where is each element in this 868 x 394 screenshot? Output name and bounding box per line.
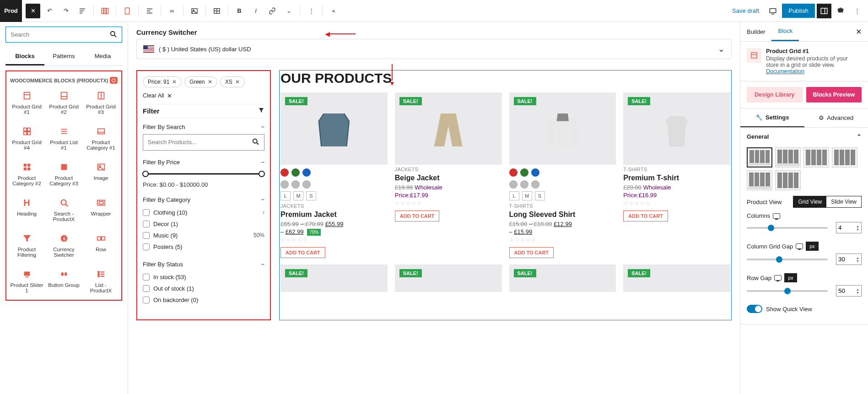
size-option[interactable]: S: [535, 191, 545, 200]
align-button[interactable]: [142, 4, 157, 18]
checkbox[interactable]: [143, 221, 150, 227]
woo-button[interactable]: [833, 4, 848, 18]
color-swatch[interactable]: [531, 168, 539, 177]
add-to-cart-button[interactable]: ADD TO CART: [623, 210, 668, 221]
block-item[interactable]: Product Slider 1: [9, 265, 44, 297]
close-settings-button[interactable]: ✕: [849, 27, 868, 36]
checkbox[interactable]: [143, 232, 150, 239]
more-menu-button[interactable]: ⋮: [850, 4, 864, 18]
collapse-icon[interactable]: −: [261, 124, 264, 130]
list-view-button[interactable]: [75, 4, 90, 18]
layout-option-1[interactable]: [747, 147, 772, 167]
block-item[interactable]: Product Category #2: [9, 158, 44, 190]
block-item[interactable]: Product Grid #2: [46, 86, 81, 119]
tab-blocks[interactable]: Blocks: [5, 48, 44, 65]
filter-search-input[interactable]: [148, 139, 251, 146]
status-filter-row[interactable]: On backorder (0): [143, 294, 264, 306]
category-filter-row[interactable]: Music (9)50%: [143, 230, 264, 241]
size-option[interactable]: M: [293, 191, 303, 200]
layout-option-3[interactable]: [803, 147, 829, 167]
documentation-link[interactable]: Documentation: [766, 68, 862, 75]
close-inserter-button[interactable]: ✕: [26, 4, 40, 18]
product-card[interactable]: SALE!: [509, 264, 616, 292]
column-block-icon[interactable]: [120, 4, 135, 18]
image-button[interactable]: [187, 4, 202, 18]
block-item[interactable]: Product Grid #1: [9, 86, 44, 119]
grid-view-option[interactable]: Grid View: [793, 196, 826, 207]
color-swatch[interactable]: [520, 168, 528, 177]
unit-px[interactable]: px: [806, 242, 818, 250]
block-item[interactable]: Product Grid #3: [83, 86, 119, 119]
checkbox[interactable]: [143, 243, 150, 250]
size-option[interactable]: L: [509, 191, 519, 200]
tab-patterns[interactable]: Patterns: [44, 48, 83, 65]
collapse-icon[interactable]: −: [261, 261, 264, 268]
table-button[interactable]: [210, 4, 224, 18]
checkbox[interactable]: [143, 297, 150, 303]
columns-slider[interactable]: [747, 227, 828, 229]
collapse-icon[interactable]: −: [261, 159, 264, 166]
row-gap-slider[interactable]: [747, 290, 828, 292]
variant-swatch[interactable]: [520, 180, 528, 189]
general-accordion-header[interactable]: General ⌃: [740, 128, 868, 146]
block-item[interactable]: Search - ProductX: [46, 194, 81, 226]
col-gap-slider[interactable]: [747, 259, 828, 260]
add-to-cart-button[interactable]: ADD TO CART: [280, 247, 325, 258]
product-card[interactable]: SALE!JACKETSBeige Jacket£19.99 Wholesale…: [395, 92, 502, 258]
tab-settings[interactable]: 🔧 Settings: [740, 108, 804, 127]
responsive-icon[interactable]: [774, 275, 782, 281]
block-item[interactable]: Row: [83, 229, 119, 261]
undo-button[interactable]: ↶: [42, 4, 57, 18]
block-search-input[interactable]: [11, 31, 109, 38]
color-swatch[interactable]: [509, 168, 518, 177]
product-card[interactable]: SALE!: [280, 264, 388, 292]
price-range-slider[interactable]: [143, 171, 264, 177]
product-card[interactable]: SALE!: [395, 264, 502, 292]
remove-tag-button[interactable]: ✕: [172, 79, 177, 85]
category-filter-row[interactable]: Clothing (10)›: [143, 207, 264, 218]
price-thumb-max[interactable]: [259, 171, 265, 177]
quick-view-toggle[interactable]: [747, 305, 762, 313]
filter-search-input-wrapper[interactable]: [143, 134, 264, 151]
layout-option-4[interactable]: [832, 147, 857, 167]
product-card[interactable]: SALE!LMST-SHIRTSLong Sleeved Shirt£15.00…: [509, 92, 616, 258]
block-item[interactable]: Product Filtering: [9, 229, 44, 261]
add-to-cart-button[interactable]: ADD TO CART: [395, 210, 440, 221]
block-item[interactable]: Product List #1: [46, 122, 81, 154]
preview-button[interactable]: [766, 4, 780, 18]
publish-button[interactable]: Publish: [782, 4, 815, 18]
wp-logo[interactable]: Prod: [0, 0, 22, 22]
col-gap-input[interactable]: ▲▼: [836, 254, 862, 265]
tab-media[interactable]: Media: [83, 48, 122, 65]
status-filter-row[interactable]: In stock (53): [143, 271, 264, 283]
block-item[interactable]: Product Grid #4: [9, 122, 44, 154]
color-swatch[interactable]: [302, 168, 311, 177]
tab-builder[interactable]: Builder: [740, 23, 771, 41]
add-to-cart-button[interactable]: ADD TO CART: [509, 247, 554, 258]
color-swatch[interactable]: [280, 168, 289, 177]
currency-switcher-select[interactable]: ( $ ) United States (US) dollar USD ⌄: [136, 39, 732, 59]
size-option[interactable]: L: [280, 191, 291, 200]
save-draft-button[interactable]: Save draft: [728, 5, 764, 17]
variant-swatch[interactable]: [291, 180, 300, 189]
columns-block-icon[interactable]: [97, 4, 112, 18]
link-button[interactable]: [265, 4, 280, 18]
block-item[interactable]: HHeading: [9, 194, 44, 226]
status-filter-row[interactable]: Out of stock (1): [143, 283, 264, 294]
responsive-icon[interactable]: [796, 243, 803, 249]
product-grid-block[interactable]: OUR PRODUCTS SALE!LMSJACKETSPremium Jack…: [279, 70, 732, 320]
checkbox[interactable]: [143, 285, 150, 292]
loop-icon[interactable]: ∞: [165, 4, 179, 18]
size-option[interactable]: M: [522, 191, 532, 200]
clear-all-filters[interactable]: Clear All ✕: [143, 92, 172, 99]
options-button[interactable]: ⋮: [304, 4, 318, 18]
collapse-toolbar-button[interactable]: «: [326, 4, 341, 18]
tab-advanced[interactable]: ⚙ Advanced: [804, 108, 868, 127]
color-swatch[interactable]: [291, 168, 300, 177]
collapse-icon[interactable]: −: [261, 196, 264, 203]
variant-swatch[interactable]: [531, 180, 539, 189]
checkbox[interactable]: [143, 274, 150, 281]
block-item[interactable]: Wrapper: [83, 194, 119, 226]
slide-view-option[interactable]: Slide View: [826, 196, 861, 207]
variant-swatch[interactable]: [509, 180, 518, 189]
